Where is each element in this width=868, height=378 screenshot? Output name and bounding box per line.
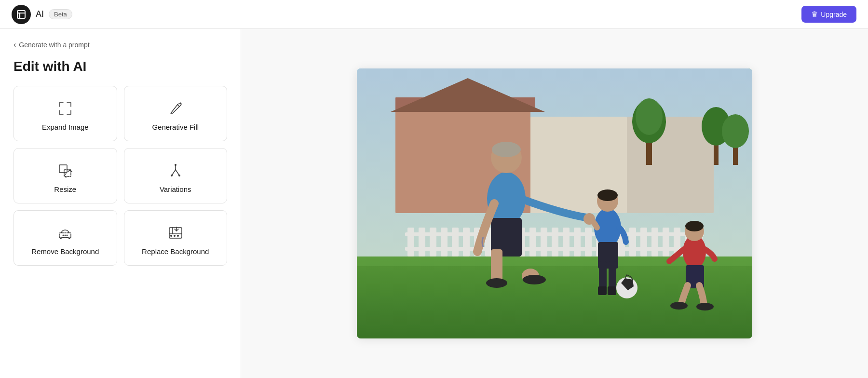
tool-replace-background[interactable]: Replace Background <box>124 210 228 266</box>
svg-point-17 <box>67 235 68 236</box>
svg-point-5 <box>180 103 181 105</box>
expand-image-icon <box>57 100 73 117</box>
tool-generative-fill[interactable]: Generative Fill <box>124 86 228 141</box>
resize-label: Resize <box>54 185 76 193</box>
crown-icon: ♛ <box>811 10 818 19</box>
svg-line-3 <box>177 103 180 105</box>
ai-label: AI <box>36 9 44 19</box>
svg-rect-7 <box>64 170 71 176</box>
svg-rect-6 <box>59 165 67 173</box>
beta-badge: Beta <box>49 9 72 19</box>
svg-rect-92 <box>357 68 752 338</box>
app-header: AI Beta ♛ Upgrade <box>0 0 868 29</box>
section-title: Edit with AI <box>14 59 227 74</box>
resize-icon <box>57 162 73 179</box>
upgrade-button[interactable]: ♛ Upgrade <box>801 6 856 23</box>
svg-line-4 <box>179 105 181 107</box>
generative-fill-icon <box>168 100 183 117</box>
upgrade-label: Upgrade <box>821 11 847 18</box>
image-container <box>357 68 752 338</box>
remove-background-label: Remove Background <box>31 247 99 256</box>
main-layout: ‹ Generate with a prompt Edit with AI Ex… <box>0 29 868 378</box>
svg-rect-0 <box>17 11 25 18</box>
svg-point-21 <box>170 235 172 237</box>
sidebar: ‹ Generate with a prompt Edit with AI Ex… <box>0 29 241 378</box>
variations-label: Variations <box>160 185 191 193</box>
chevron-left-icon: ‹ <box>14 40 16 49</box>
svg-point-16 <box>65 235 66 236</box>
generative-fill-label: Generative Fill <box>152 123 199 131</box>
tool-expand-image[interactable]: Expand Image <box>14 86 117 141</box>
tools-grid: Expand Image Generative Fill <box>14 86 227 266</box>
tool-remove-background[interactable]: Remove Background <box>14 210 117 266</box>
svg-point-13 <box>178 175 180 176</box>
back-link[interactable]: ‹ Generate with a prompt <box>14 40 227 49</box>
replace-background-label: Replace Background <box>142 247 209 256</box>
svg-line-9 <box>172 170 176 176</box>
back-label: Generate with a prompt <box>19 41 89 49</box>
svg-point-15 <box>63 235 64 236</box>
tool-resize[interactable]: Resize <box>14 148 117 203</box>
preview-image <box>357 68 752 338</box>
svg-point-11 <box>175 164 176 166</box>
remove-background-icon <box>57 224 73 242</box>
replace-background-icon <box>168 224 183 242</box>
svg-point-23 <box>177 235 179 237</box>
tool-variations[interactable]: Variations <box>124 148 228 203</box>
image-preview-area <box>241 29 868 378</box>
svg-point-22 <box>174 235 176 237</box>
logo <box>12 5 31 24</box>
variations-icon <box>168 162 183 179</box>
expand-image-label: Expand Image <box>42 123 89 131</box>
svg-line-10 <box>176 170 179 176</box>
svg-point-12 <box>171 175 173 176</box>
header-left: AI Beta <box>12 5 72 24</box>
